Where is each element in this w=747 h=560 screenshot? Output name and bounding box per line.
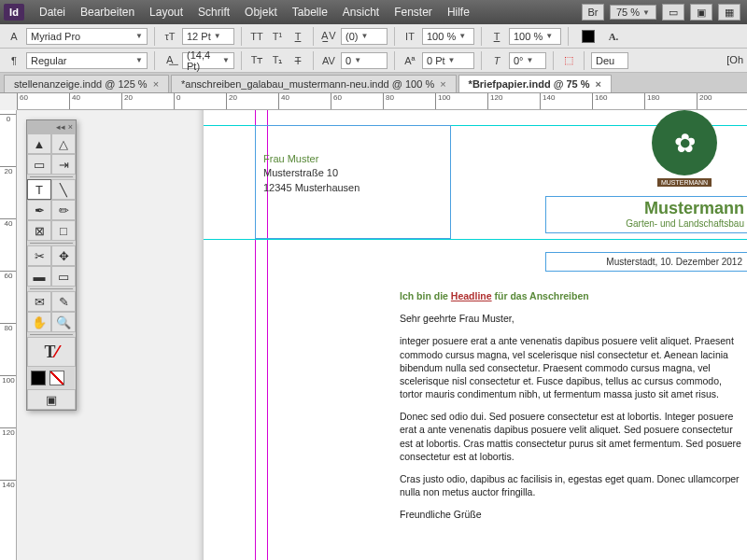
guide-horizontal[interactable] xyxy=(204,239,747,240)
font-style-input[interactable]: Regular▼ xyxy=(26,52,148,69)
screen-mode-icon[interactable]: ▣ xyxy=(690,4,712,21)
page-tool[interactable]: ▭ xyxy=(27,154,51,175)
note-tool[interactable]: ✉ xyxy=(27,291,51,312)
font-size-input[interactable]: 12 Pt▼ xyxy=(182,28,234,45)
free-transform-tool[interactable]: ✥ xyxy=(51,245,76,266)
gap-tool[interactable]: ⇥ xyxy=(51,154,76,175)
document-tabbar: stellenanzeige.indd @ 125 %× *anschreibe… xyxy=(0,73,747,93)
pen-tool[interactable]: ✒ xyxy=(27,200,51,220)
smallcaps-icon[interactable]: Tᴛ xyxy=(248,52,265,69)
baseline-input[interactable]: 0 Pt▼ xyxy=(422,52,474,69)
salutation: Sehr geehrte Frau Muster, xyxy=(400,312,743,325)
kerning-input[interactable]: (0)▼ xyxy=(341,28,388,45)
tracking-input[interactable]: 0▼ xyxy=(341,52,388,69)
control-panel-row1: A Myriad Pro▼ τT 12 Pt▼ TT T¹ T A̲V (0)▼… xyxy=(0,24,747,49)
closing: Freundliche Grüße xyxy=(400,508,743,521)
subscript-icon[interactable]: T₁ xyxy=(269,52,286,69)
company-frame[interactable]: Mustermann Garten- und Landschaftsbau xyxy=(545,196,747,233)
line-tool[interactable]: ╲ xyxy=(51,179,76,200)
fill-stroke-proxy[interactable] xyxy=(575,27,601,46)
menu-table[interactable]: Tabelle xyxy=(285,6,335,19)
ruler-vertical[interactable]: 0 20 40 60 80 100 120 140 xyxy=(0,110,17,560)
strikethrough-icon[interactable]: T xyxy=(289,52,306,69)
menubar: Id Datei Bearbeiten Layout Schrift Objek… xyxy=(0,0,747,24)
close-icon[interactable]: × xyxy=(596,78,601,90)
rectangle-tool[interactable]: □ xyxy=(51,220,76,241)
body-text-frame[interactable]: Ich bin die Headline für das Anschreiben… xyxy=(400,289,743,530)
company-subline: Garten- und Landschaftsbau xyxy=(552,218,744,229)
bridge-button[interactable]: Br xyxy=(582,4,604,21)
menu-help[interactable]: Hilfe xyxy=(440,6,477,19)
hscale-input[interactable]: 100 %▼ xyxy=(509,28,561,45)
menu-object[interactable]: Objekt xyxy=(237,6,285,19)
menu-window[interactable]: Fenster xyxy=(387,6,440,19)
view-options-icon[interactable]: ▭ xyxy=(662,4,684,21)
address-frame[interactable]: Frau Muster Musterstraße 10 12345 Muster… xyxy=(255,125,451,239)
body-p2: Donec sed odio dui. Sed posuere consecte… xyxy=(400,410,743,463)
language-input[interactable]: Deu xyxy=(591,52,628,69)
tab-doc-2[interactable]: *anschreiben_galabau_mustermann-neu.indd… xyxy=(171,75,457,92)
baseline-icon: Aª xyxy=(402,52,418,69)
arrange-icon[interactable]: ▦ xyxy=(718,4,740,21)
fill-stroke-tool[interactable]: T⁄ xyxy=(27,337,76,367)
ruler-horizontal[interactable]: 60 40 20 0 20 40 60 80 100 120 140 160 1… xyxy=(17,93,747,110)
tools-panel[interactable]: ◂◂ × ▲ △ ▭ ⇥ T ╲ ✒ ✏ ⊠ □ ✂ ✥ ▬ ▭ ✉ ✎ ✋ 🔍… xyxy=(26,119,77,411)
stroke-none-icon[interactable]: ⬚ xyxy=(560,52,577,69)
skew-input[interactable]: 0°▼ xyxy=(509,52,546,69)
menu-type[interactable]: Schrift xyxy=(190,6,237,19)
view-mode-toggle[interactable]: ▣ xyxy=(27,389,76,410)
selection-tool[interactable]: ▲ xyxy=(27,133,51,154)
tracking-icon: AV xyxy=(320,52,337,69)
vscale-icon: IT xyxy=(402,28,418,45)
para-format-icon[interactable]: ¶ xyxy=(6,52,22,69)
menu-view[interactable]: Ansicht xyxy=(335,6,387,19)
foreground-swatch[interactable] xyxy=(31,371,46,385)
skew-icon: T xyxy=(488,52,505,69)
hand-tool[interactable]: ✋ xyxy=(27,312,51,332)
date-text: Musterstadt, 10. Dezember 2012 xyxy=(606,257,742,267)
body-p1: integer posuere erat a ante venenatis da… xyxy=(400,334,743,400)
close-icon[interactable]: × xyxy=(153,78,159,90)
menu-file[interactable]: Datei xyxy=(32,6,73,19)
recipient-city: 12345 Musterhausen xyxy=(263,181,443,195)
menu-edit[interactable]: Bearbeiten xyxy=(73,6,142,19)
vscale-input[interactable]: 100 %▼ xyxy=(422,28,474,45)
swatches xyxy=(27,367,76,389)
gradient-swatch-tool[interactable]: ▬ xyxy=(27,266,51,287)
type-tool[interactable]: T xyxy=(27,179,51,200)
menu-layout[interactable]: Layout xyxy=(142,6,190,19)
rectangle-frame-tool[interactable]: ⊠ xyxy=(27,220,51,241)
recipient-street: Musterstraße 10 xyxy=(263,166,443,180)
logo-frame[interactable]: ✿ MUSTERMANN xyxy=(642,110,726,187)
tab-doc-3[interactable]: *Briefpapier.indd @ 75 %× xyxy=(458,75,612,92)
canvas[interactable]: Frau Muster Musterstraße 10 12345 Muster… xyxy=(17,110,747,560)
app-logo: Id xyxy=(4,4,24,21)
char-style-icon[interactable]: A. xyxy=(605,28,622,45)
tab-doc-1[interactable]: stellenanzeige.indd @ 125 %× xyxy=(4,75,169,92)
underline-icon[interactable]: T xyxy=(289,28,306,45)
tools-panel-header[interactable]: ◂◂ × xyxy=(27,120,76,133)
kerning-icon: A̲V xyxy=(320,28,337,45)
close-icon[interactable]: × xyxy=(440,78,445,90)
logo-banner: MUSTERMANN xyxy=(657,178,712,187)
direct-selection-tool[interactable]: △ xyxy=(51,133,76,154)
workspace: 0 20 40 60 80 100 120 140 Frau Muster Mu… xyxy=(0,110,747,560)
background-swatch[interactable] xyxy=(49,371,64,385)
font-family-input[interactable]: Myriad Pro▼ xyxy=(26,28,148,45)
zoom-level[interactable]: 75 %▼ xyxy=(610,5,656,20)
logo-icon: ✿ xyxy=(652,110,717,175)
eyedropper-tool[interactable]: ✎ xyxy=(51,291,76,312)
font-size-icon: τT xyxy=(162,28,178,45)
superscript-icon[interactable]: T¹ xyxy=(269,28,286,45)
char-format-icon[interactable]: A xyxy=(6,28,22,45)
baseline-text-icon: T xyxy=(488,28,505,45)
allcaps-icon[interactable]: TT xyxy=(248,28,265,45)
zoom-tool[interactable]: 🔍 xyxy=(51,312,76,332)
scissors-tool[interactable]: ✂ xyxy=(27,245,51,266)
leading-icon: A͟ xyxy=(162,52,178,69)
date-frame[interactable]: Musterstadt, 10. Dezember 2012 xyxy=(545,252,747,272)
gradient-feather-tool[interactable]: ▭ xyxy=(51,266,76,287)
pencil-tool[interactable]: ✏ xyxy=(51,200,76,220)
headline: Ich bin die Headline für das Anschreiben xyxy=(400,289,743,302)
leading-input[interactable]: (14,4 Pt)▼ xyxy=(182,52,234,69)
